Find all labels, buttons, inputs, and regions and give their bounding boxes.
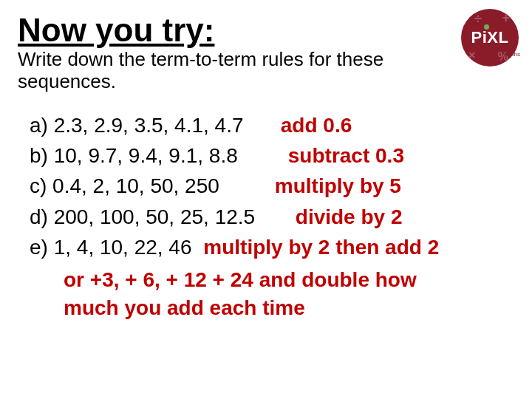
pixl-logo-text: PiXL bbox=[471, 28, 509, 47]
sequence-c-answer: multiply by 5 bbox=[275, 171, 401, 200]
sequence-a-answer: add 0.6 bbox=[281, 111, 352, 140]
pixl-logo-dot bbox=[484, 24, 489, 30]
sequence-d-answer: divide by 2 bbox=[296, 202, 403, 231]
alternative-answer-line1: or +3, + 6, + 12 + 24 and double how bbox=[64, 266, 502, 294]
sequence-c-text: c) 0.4, 2, 10, 50, 250 bbox=[30, 171, 260, 200]
sequence-item-e: e) 1, 4, 10, 22, 46 multiply by 2 then a… bbox=[30, 233, 514, 262]
sequence-list: a) 2.3, 2.9, 3.5, 4.1, 4.7 add 0.6 b) 10… bbox=[18, 111, 514, 322]
sequence-d-text: d) 200, 100, 50, 25, 12.5 bbox=[30, 202, 281, 231]
sequence-e-answer: multiply by 2 then add 2 bbox=[203, 236, 439, 259]
page-subtitle: Write down the term-to-term rules for th… bbox=[18, 49, 417, 93]
logo-symbol-divide: ÷ bbox=[474, 12, 482, 27]
logo-symbol-plus: + bbox=[502, 10, 510, 26]
sequence-item-b: b) 10, 9.7, 9.4, 9.1, 8.8 subtract 0.3 bbox=[30, 141, 514, 170]
page-title: Now you try: bbox=[18, 13, 514, 47]
logo-symbol-multiply: × bbox=[468, 49, 475, 62]
pixl-logo: ÷ + × % PiXL maths bbox=[461, 9, 519, 66]
alternative-answer-line2: much you add each time bbox=[64, 294, 502, 322]
sequence-item-c: c) 0.4, 2, 10, 50, 250 multiply by 5 bbox=[30, 171, 514, 200]
sequence-item-d: d) 200, 100, 50, 25, 12.5 divide by 2 bbox=[30, 202, 514, 231]
pixl-logo-circle: ÷ + × % PiXL bbox=[461, 9, 519, 66]
sequence-a-text: a) 2.3, 2.9, 3.5, 4.1, 4.7 bbox=[30, 111, 266, 140]
sequence-b-answer: subtract 0.3 bbox=[288, 141, 404, 170]
sequence-b-text: b) 10, 9.7, 9.4, 9.1, 8.8 bbox=[30, 141, 273, 170]
alternative-answer: or +3, + 6, + 12 + 24 and double how muc… bbox=[30, 266, 502, 322]
pixl-logo-subtext: maths bbox=[504, 51, 520, 58]
sequence-item-a: a) 2.3, 2.9, 3.5, 4.1, 4.7 add 0.6 bbox=[30, 111, 514, 140]
sequence-e-text: e) 1, 4, 10, 22, 46 bbox=[30, 236, 192, 259]
